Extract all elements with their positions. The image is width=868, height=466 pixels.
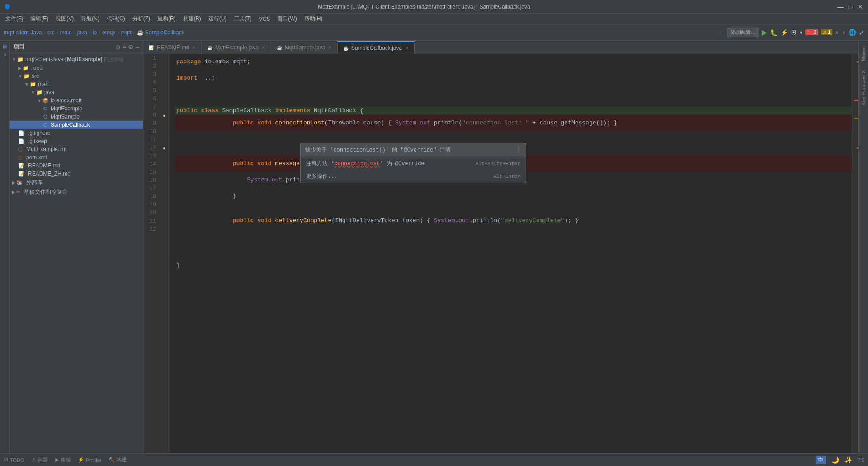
structure-icon[interactable]: ≡ [1,52,9,57]
status-build[interactable]: 🔨 构建 [108,456,127,463]
mqttexample-label: MqttExample [51,105,82,112]
code-line-4 [175,82,852,90]
panel-title: 项目 [14,43,24,51]
translate-icon[interactable]: 🌐 [849,29,856,36]
run-icon[interactable]: ▶ [762,28,767,37]
tree-item-main[interactable]: ▼ 📁 main [10,80,143,88]
breadcrumb-item-project[interactable]: mqtt-client-Java [4,29,42,36]
project-icon[interactable]: ▤ [1,43,9,50]
code-line-15 [175,204,852,213]
breadcrumb-item-emqx[interactable]: emqx [102,29,115,36]
breadcrumb-item-main[interactable]: main [60,29,72,36]
tree-item-iml[interactable]: ⬡ MqttExample.iml [10,145,143,153]
breadcrumb-item-io[interactable]: io [93,29,97,36]
profiler-label: Profiler [86,457,102,463]
src-label: src [32,73,39,79]
popup-action-2[interactable]: 更多操作... Alt+Enter [301,170,526,183]
code-line-6 [175,99,852,107]
chevron-icon: ▼ [18,74,23,79]
tree-item-readme[interactable]: 📝 README.md [10,162,143,170]
menu-vcs[interactable]: VCS [255,15,274,23]
breadcrumb-item-src[interactable]: src [47,29,55,36]
coverage-icon[interactable]: ⛨ [791,29,797,36]
tab-mqttexample[interactable]: ☕ MqttExample.java ✕ [202,41,271,54]
tree-item-package[interactable]: ▼ 📦 io.emqx.mqtt [10,96,143,105]
maximize-button[interactable]: □ [847,4,854,10]
menu-build[interactable]: 构建(B) [179,14,205,24]
breadcrumb-item-java[interactable]: java [77,29,87,36]
warning-badge[interactable]: ⚠ 1 [821,29,832,35]
menu-edit[interactable]: 编辑(E) [27,14,52,24]
error-badge[interactable]: 🔴 3 [805,29,818,35]
menu-window[interactable]: 窗口(W) [274,14,300,24]
status-terminal[interactable]: ▶ 终端 [55,456,71,463]
tab-mqttsample-label: MqttSample.java [285,44,325,51]
minimize-panel-button[interactable]: − [136,43,139,51]
close-button[interactable]: ✕ [857,4,863,10]
tab-mqttsample-close[interactable]: ✕ [328,45,332,51]
nav-down-icon[interactable]: ∨ [842,29,846,36]
status-problems[interactable]: ⚠ 问题 [32,456,48,463]
maven-tab[interactable]: Maven [861,46,866,61]
tree-item-pom[interactable]: ⬡ pom.xml [10,153,143,162]
nav-up-icon[interactable]: ∧ [835,29,839,36]
gutter-12-warning[interactable]: ● [160,146,169,151]
add-config-button[interactable]: 添加配置... [727,28,759,37]
breadcrumb-item-class[interactable]: ☕ SampleCallback [137,29,184,36]
menu-navigate[interactable]: 导航(N) [77,14,103,24]
popup-action-1[interactable]: 注释方法 'connectionLost' 为 @Override Alt+Sh… [301,157,526,170]
profile-icon[interactable]: ⚡ [780,29,788,36]
tree-item-root[interactable]: ▼ 📁 mqtt-client-Java [MqttExample] F:\大学… [10,55,143,64]
menu-code[interactable]: 代码(C) [103,14,129,24]
scrollbar-track[interactable] [852,57,858,453]
tab-mqttexample-close[interactable]: ✕ [261,45,265,51]
menu-run[interactable]: 运行(U) [205,14,231,24]
tab-samplecallback[interactable]: ☕ SampleCallback.java ✕ [338,41,415,54]
popup-menu-button[interactable]: ⋮ [515,146,521,154]
menu-refactor[interactable]: 重构(R) [154,14,179,24]
debug-icon[interactable]: 🐛 [770,29,778,36]
sidebar-right: Maven Key Promoter X [858,41,868,453]
breadcrumb-item-mqtt[interactable]: mqtt [121,29,131,36]
menu-view[interactable]: 视图(V) [52,14,77,24]
title-bar: 🔵 MqttExample [...\MQTT-Client-Examples-… [0,0,868,14]
tree-item-gitignore[interactable]: 📄 .gitignore [10,129,143,137]
tree-item-idea[interactable]: ▶ 📁 .idea [10,64,143,72]
line-num-14: 14 [143,160,160,168]
locate-file-button[interactable]: ⊙ [115,43,121,51]
tab-readme-close[interactable]: ✕ [192,45,196,51]
minimize-button[interactable]: — [837,4,844,10]
menu-analyze[interactable]: 分析(Z) [129,14,154,24]
menu-file[interactable]: 文件(F) [2,14,27,24]
more-run-icon[interactable]: ▾ [800,29,802,36]
window-title: MqttExample [...\MQTT-Client-Examples-ma… [11,4,837,10]
tree-item-readme-zh[interactable]: 📝 README_ZH.md [10,170,143,178]
tree-item-mqttexample[interactable]: C MqttExample [10,105,143,113]
tab-samplecallback-close[interactable]: ✕ [405,45,409,51]
menu-help[interactable]: 帮助(H) [301,14,326,24]
back-icon[interactable]: ← [718,29,724,36]
tab-readme[interactable]: 📝 README.md ✕ [143,41,202,54]
tree-item-external[interactable]: ▶ 📚 外部库 [10,178,143,187]
tree-item-java[interactable]: ▼ 📁 java [10,88,143,96]
tree-item-samplecallback[interactable]: C SampleCallback [10,121,143,129]
key-promoter-tab[interactable]: Key Promoter X [861,70,866,105]
code-line-5 [175,90,852,99]
tab-mqttsample[interactable]: ☕ MqttSample.java ✕ [271,41,338,54]
tree-item-mqttsample[interactable]: C MqttSample [10,113,143,121]
iml-label: MqttExample.iml [26,146,66,152]
settings-button[interactable]: ⚙ [128,43,134,51]
tree-item-scratches[interactable]: ▶ ✏ 草稿文件和控制台 [10,187,143,197]
status-todo[interactable]: ☑ TODO [4,457,24,463]
tree-item-src[interactable]: ▼ 📁 src [10,72,143,80]
code-content[interactable]: package io.emqx.mqtt; import ...; public [169,54,852,453]
code-line-18 [175,237,852,245]
ime-indicator[interactable]: 中 [816,456,826,464]
breadcrumb-sep2: › [57,29,58,36]
collapse-all-button[interactable]: ≡ [123,43,126,51]
expand-icon[interactable]: ⤢ [859,29,864,36]
gutter-8-warning[interactable]: ● [160,113,169,118]
status-profiler[interactable]: ⚡ Profiler [78,457,102,463]
menu-tools[interactable]: 工具(T) [230,14,255,24]
tree-item-gitkeep[interactable]: 📄 .gitkeep [10,137,143,145]
